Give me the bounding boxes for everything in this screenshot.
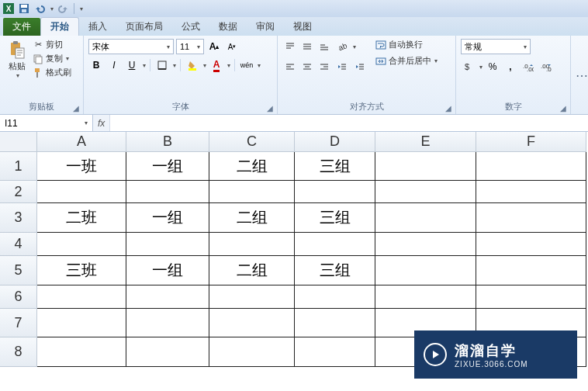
cell[interactable] <box>126 233 209 256</box>
save-icon[interactable] <box>19 3 29 14</box>
phonetic-button[interactable]: wén <box>239 57 254 73</box>
formula-input[interactable] <box>110 115 588 131</box>
underline-button[interactable]: U <box>124 57 140 73</box>
merge-dropdown-icon[interactable]: ▾ <box>434 57 438 64</box>
percent-button[interactable]: % <box>485 59 500 74</box>
cell[interactable]: 一组 <box>126 256 209 285</box>
decrease-decimal-button[interactable]: .00.0 <box>538 59 554 74</box>
tab-review[interactable]: 审阅 <box>247 18 284 36</box>
wrap-text-button[interactable]: 自动换行 <box>375 39 438 50</box>
row-header[interactable]: 3 <box>0 203 37 233</box>
clipboard-launcher-icon[interactable]: ◢ <box>73 104 81 112</box>
merge-center-button[interactable]: 合并后居中 ▾ <box>375 55 438 67</box>
cell[interactable] <box>37 285 126 309</box>
cell[interactable] <box>126 285 209 309</box>
cell[interactable] <box>375 285 476 309</box>
format-painter-button[interactable]: 格式刷 <box>33 67 71 78</box>
font-name-select[interactable]: 宋体 ▾ <box>88 39 174 54</box>
border-dropdown-icon[interactable]: ▾ <box>173 62 176 69</box>
row-header[interactable]: 2 <box>0 181 37 203</box>
cell[interactable] <box>295 285 375 309</box>
orientation-button[interactable]: ab <box>334 39 350 54</box>
font-size-select[interactable]: 11 ▾ <box>176 39 204 54</box>
tab-file[interactable]: 文件 <box>3 18 40 36</box>
cell[interactable] <box>476 256 586 285</box>
cell[interactable] <box>476 285 586 309</box>
cut-button[interactable]: ✂ 剪切 <box>33 39 71 50</box>
column-header[interactable]: D <box>295 132 375 152</box>
cell[interactable]: 二组 <box>209 152 295 181</box>
cell[interactable] <box>295 181 375 203</box>
cell[interactable] <box>209 181 295 203</box>
cell[interactable] <box>37 181 126 203</box>
cell[interactable] <box>37 337 126 367</box>
column-header[interactable]: C <box>209 132 295 152</box>
cell[interactable] <box>126 181 209 203</box>
cell[interactable]: 一班 <box>37 152 126 181</box>
row-header[interactable]: 8 <box>0 337 37 367</box>
cell[interactable] <box>476 181 586 203</box>
cell[interactable] <box>476 233 586 256</box>
increase-decimal-button[interactable]: .0.00 <box>521 59 536 74</box>
undo-icon[interactable] <box>34 3 45 14</box>
name-box[interactable]: I11 ▾ <box>0 115 93 131</box>
column-header[interactable]: B <box>126 132 209 152</box>
fill-color-dropdown-icon[interactable]: ▾ <box>203 62 206 69</box>
align-right-button[interactable] <box>316 59 332 74</box>
fx-icon[interactable]: fx <box>98 118 105 129</box>
column-header[interactable]: E <box>375 132 476 152</box>
font-launcher-icon[interactable]: ◢ <box>267 104 275 112</box>
font-color-dropdown-icon[interactable]: ▾ <box>227 62 230 69</box>
align-top-button[interactable] <box>282 39 298 54</box>
orientation-dropdown-icon[interactable]: ▾ <box>353 43 356 50</box>
column-header[interactable]: A <box>37 132 126 152</box>
number-launcher-icon[interactable]: ◢ <box>560 104 568 112</box>
cell[interactable]: 二组 <box>209 256 295 285</box>
paste-button[interactable]: 粘贴 ▾ <box>5 39 29 81</box>
cell[interactable]: 三组 <box>295 256 375 285</box>
row-header[interactable]: 6 <box>0 285 37 309</box>
tab-home[interactable]: 开始 <box>40 17 79 36</box>
align-launcher-icon[interactable]: ◢ <box>445 104 453 112</box>
underline-dropdown-icon[interactable]: ▾ <box>143 62 146 69</box>
bold-button[interactable]: B <box>88 57 104 73</box>
paste-dropdown-icon[interactable]: ▾ <box>16 72 19 79</box>
cell[interactable] <box>209 233 295 256</box>
decrease-indent-button[interactable] <box>334 59 350 74</box>
row-header[interactable]: 7 <box>0 309 37 337</box>
cell[interactable] <box>295 309 375 337</box>
grow-font-button[interactable]: A▴ <box>206 39 222 54</box>
cell[interactable] <box>209 309 295 337</box>
cell[interactable] <box>476 203 586 233</box>
accounting-dropdown-icon[interactable]: ▾ <box>479 64 483 71</box>
cell[interactable] <box>209 337 295 367</box>
cell[interactable]: 二组 <box>209 203 295 233</box>
cell[interactable] <box>295 233 375 256</box>
cell[interactable]: 一组 <box>126 203 209 233</box>
tab-view[interactable]: 视图 <box>284 18 321 36</box>
align-center-button[interactable] <box>299 59 315 74</box>
border-button[interactable] <box>154 57 170 73</box>
cell[interactable] <box>126 309 209 337</box>
font-color-button[interactable]: A <box>209 57 224 73</box>
row-header[interactable]: 5 <box>0 256 37 285</box>
redo-icon[interactable] <box>58 3 69 14</box>
comma-button[interactable]: , <box>503 59 518 74</box>
cell[interactable] <box>476 152 586 181</box>
cell[interactable]: 三组 <box>295 152 375 181</box>
row-header[interactable]: 4 <box>0 233 37 256</box>
cell[interactable]: 二班 <box>37 203 126 233</box>
cell[interactable] <box>375 203 476 233</box>
copy-dropdown-icon[interactable]: ▾ <box>66 55 69 62</box>
accounting-format-button[interactable]: $ <box>461 59 476 74</box>
cell[interactable] <box>37 233 126 256</box>
align-left-button[interactable] <box>282 59 298 74</box>
cell[interactable] <box>375 233 476 256</box>
tab-insert[interactable]: 插入 <box>79 18 116 36</box>
select-all-triangle[interactable] <box>0 132 37 152</box>
ribbon-overflow[interactable]: ⋯ <box>571 36 580 114</box>
undo-dropdown-icon[interactable]: ▾ <box>50 5 54 12</box>
cell[interactable]: 三班 <box>37 256 126 285</box>
phonetic-dropdown-icon[interactable]: ▾ <box>258 62 261 69</box>
qat-customize-icon[interactable]: ▾ <box>80 5 83 12</box>
